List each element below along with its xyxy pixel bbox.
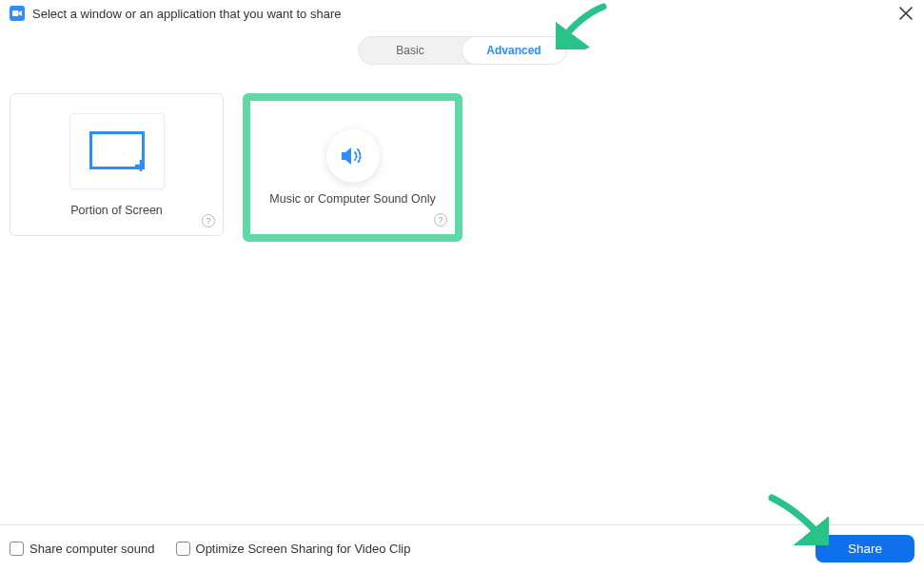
speaker-icon — [341, 146, 365, 167]
help-icon[interactable]: ? — [202, 214, 215, 227]
checkbox-icon — [10, 542, 24, 556]
speaker-icon-circle — [326, 129, 380, 183]
option-label: Portion of Screen — [70, 204, 163, 217]
help-icon[interactable]: ? — [434, 213, 447, 227]
share-options: Portion of Screen ? Music or Computer So… — [0, 65, 924, 270]
close-icon[interactable] — [899, 6, 913, 23]
option-music-or-computer-sound[interactable]: Music or Computer Sound Only ? — [243, 93, 462, 242]
sound-thumbnail — [326, 129, 380, 183]
option-portion-of-screen[interactable]: Portion of Screen ? — [10, 93, 224, 236]
checkbox-icon — [176, 542, 190, 556]
zoom-logo-icon — [10, 6, 25, 21]
dialog-footer: Share computer sound Optimize Screen Sha… — [0, 524, 924, 572]
checkbox-label: Optimize Screen Sharing for Video Clip — [196, 542, 411, 556]
portion-of-screen-thumbnail — [69, 113, 165, 189]
option-label: Music or Computer Sound Only — [269, 192, 435, 206]
dialog-title: Select a window or an application that y… — [32, 7, 341, 21]
checkbox-share-computer-sound[interactable]: Share computer sound — [10, 542, 155, 556]
crop-rectangle-icon — [89, 131, 145, 171]
svg-rect-1 — [90, 132, 143, 168]
tab-basic[interactable]: Basic — [359, 37, 462, 64]
share-button[interactable]: Share — [816, 535, 914, 562]
dialog-header: Select a window or an application that y… — [0, 0, 924, 27]
tab-advanced[interactable]: Advanced — [462, 37, 566, 64]
svg-rect-0 — [12, 10, 19, 16]
tab-group: Basic Advanced — [358, 36, 567, 65]
checkbox-label: Share computer sound — [29, 542, 155, 556]
checkbox-optimize-video-clip[interactable]: Optimize Screen Sharing for Video Clip — [176, 542, 411, 556]
